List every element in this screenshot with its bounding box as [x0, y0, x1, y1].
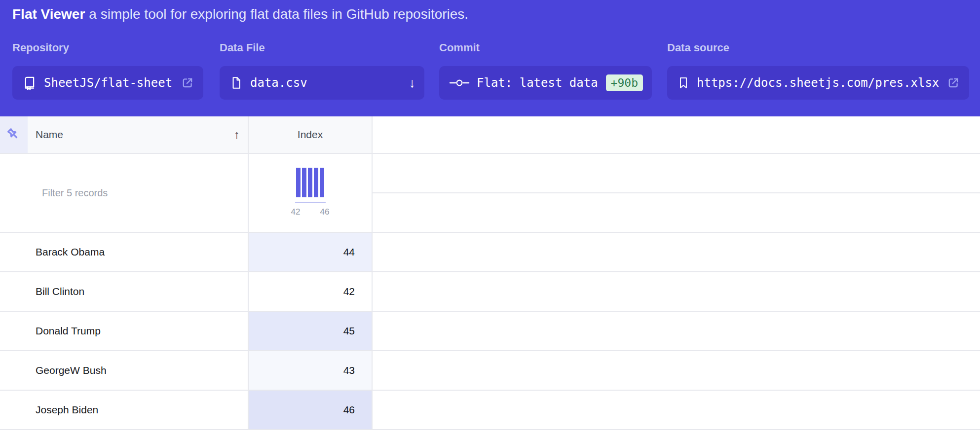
file-icon	[229, 76, 243, 90]
data-file-select[interactable]: data.csv ↓	[220, 66, 424, 100]
data-source-control: Data source https://docs.sheetjs.com/pre…	[667, 41, 969, 100]
app-title: Flat Viewer	[12, 6, 85, 22]
row-spacer	[373, 272, 980, 311]
cell-name: Joseph Biden	[0, 391, 248, 429]
row-spacer	[373, 391, 980, 429]
column-header-name[interactable]: Name ↑	[28, 116, 248, 153]
sort-ascending-icon: ↑	[234, 128, 240, 142]
histogram-bar	[320, 168, 324, 197]
bookmark-icon	[677, 75, 690, 90]
histogram-max-label: 46	[320, 207, 330, 217]
table-row[interactable]: Barack Obama 44	[0, 233, 980, 272]
index-histogram[interactable]: 42 46	[248, 154, 373, 232]
cell-index: 44	[248, 233, 373, 271]
app-subtitle: a simple tool for exploring flat data fi…	[89, 6, 468, 22]
column-header-index[interactable]: Index	[248, 116, 373, 153]
histogram-range-labels: 42 46	[291, 207, 330, 217]
filter-input[interactable]	[41, 187, 235, 199]
commit-message: Flat: latest data	[477, 76, 598, 90]
data-file-value: data.csv	[250, 76, 307, 90]
table-header-spacer	[373, 116, 980, 153]
data-file-control: Data File data.csv ↓	[220, 41, 424, 100]
data-source-url: https://docs.sheetjs.com/pres.xlsx	[697, 76, 939, 90]
histogram-bar	[302, 168, 306, 197]
repo-book-icon	[22, 75, 37, 90]
sticky-column-toggle[interactable]	[0, 116, 28, 153]
cell-index: 42	[248, 272, 373, 311]
cell-name: Bill Clinton	[0, 272, 248, 311]
repository-value: SheetJS/flat-sheet	[44, 76, 172, 90]
table-row[interactable]: GeorgeW Bush 43	[0, 351, 980, 391]
cell-index: 45	[248, 312, 373, 350]
column-header-name-label: Name	[36, 129, 63, 141]
histogram-bar	[296, 168, 301, 197]
chevron-down-icon: ↓	[409, 75, 416, 91]
pin-icon	[5, 126, 22, 143]
filter-cell-name	[0, 154, 248, 232]
repository-widget[interactable]: SheetJS/flat-sheet	[12, 66, 203, 100]
title-line: Flat Viewera simple tool for exploring f…	[12, 6, 468, 22]
commit-control: Commit Flat: latest data +90b	[439, 41, 652, 100]
table-row[interactable]: Joseph Biden 46	[0, 391, 980, 430]
table-row[interactable]: Donald Trump 45	[0, 312, 980, 351]
filter-row-spacer	[373, 154, 980, 232]
commit-widget[interactable]: Flat: latest data +90b	[439, 66, 652, 100]
external-link-icon[interactable]	[181, 76, 194, 90]
histogram-min-label: 42	[291, 207, 301, 217]
table-body: Barack Obama 44 Bill Clinton 42 Donald T…	[0, 233, 980, 430]
row-spacer	[373, 312, 980, 350]
data-file-label: Data File	[220, 41, 424, 54]
table-row[interactable]: Bill Clinton 42	[0, 272, 980, 312]
table-filter-row: 42 46	[0, 154, 980, 233]
cell-name: Donald Trump	[0, 312, 248, 350]
row-spacer	[373, 233, 980, 271]
row-spacer	[373, 351, 980, 390]
data-table: Name ↑ Index 42 46 Barack Obama 44 Bill …	[0, 116, 980, 430]
repository-label: Repository	[12, 41, 203, 54]
app-header: Flat Viewera simple tool for exploring f…	[0, 0, 980, 116]
diffstat-badge: +90b	[606, 74, 643, 91]
cell-name: Barack Obama	[0, 233, 248, 271]
external-link-icon[interactable]	[946, 76, 960, 90]
histogram-baseline	[295, 202, 326, 203]
data-source-widget[interactable]: https://docs.sheetjs.com/pres.xlsx	[667, 66, 969, 100]
repository-control: Repository SheetJS/flat-sheet	[12, 41, 203, 100]
cell-index: 43	[248, 351, 373, 390]
histogram-bars	[296, 168, 324, 197]
cell-name: GeorgeW Bush	[0, 351, 248, 390]
data-source-label: Data source	[667, 41, 969, 54]
cell-index: 46	[248, 391, 373, 429]
commit-icon	[449, 77, 470, 89]
histogram-bar	[308, 168, 312, 197]
table-header-row: Name ↑ Index	[0, 116, 980, 154]
commit-label: Commit	[439, 41, 652, 54]
histogram-bar	[314, 168, 318, 197]
